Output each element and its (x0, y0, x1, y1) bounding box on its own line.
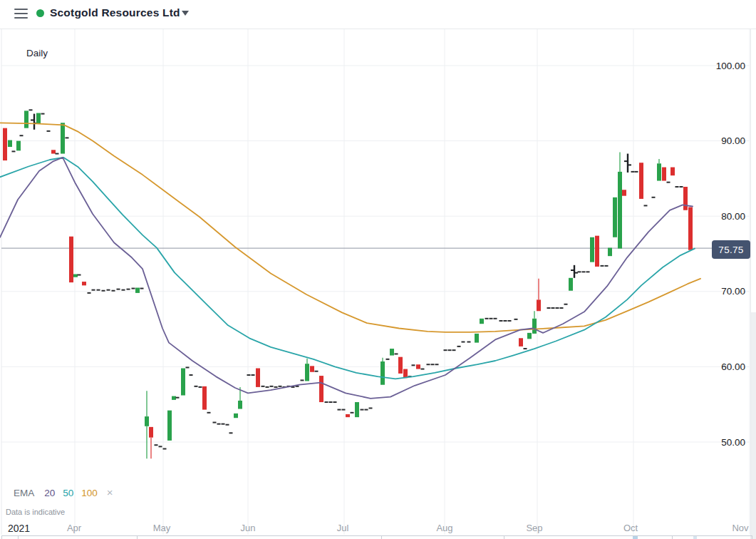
y-axis-label: 60.00 (721, 361, 745, 372)
doji-dash (279, 386, 282, 387)
ohlc-close-tick (575, 272, 578, 274)
doji-dash (586, 271, 590, 272)
doji-dash (452, 349, 456, 351)
candle-up (167, 411, 172, 441)
x-axis-month-label: Aug (436, 523, 452, 533)
doji-dash (467, 342, 471, 343)
x-axis-month-label: Jul (337, 523, 349, 533)
doji-dash (127, 289, 130, 290)
candle-up (305, 364, 309, 381)
header: Scotgold Resources Ltd (0, 0, 756, 29)
bottom-pane-handle[interactable] (633, 536, 638, 539)
doji-dash (252, 374, 255, 376)
right-scrollbar-thumb[interactable] (751, 312, 756, 539)
candle-down (519, 338, 523, 346)
chevron-down-icon[interactable] (182, 11, 189, 16)
remove-indicator-icon[interactable]: × (107, 488, 113, 498)
doji-dash (457, 346, 461, 347)
ema-100-label[interactable]: 100 (81, 488, 98, 498)
doji-dash (88, 292, 91, 294)
doji-dash (102, 290, 105, 292)
doji-dash (680, 186, 683, 188)
doji-dash (140, 288, 144, 289)
doji-dash (578, 271, 581, 272)
candle-up (569, 278, 573, 291)
doji-dash (675, 186, 679, 188)
doji-dash (556, 307, 559, 309)
doji-dash (117, 289, 120, 290)
doji-dash (122, 289, 125, 291)
doji-dash (365, 409, 368, 411)
candle-up (24, 111, 29, 128)
x-axis-month-label: Jun (241, 523, 256, 533)
bottom-pane-strip[interactable] (0, 535, 756, 539)
doji-dash (186, 366, 190, 368)
interval-label: Daily (26, 48, 48, 58)
ohlc-open-tick (624, 160, 627, 162)
doji-dash (274, 386, 278, 388)
doji-dash (213, 422, 217, 423)
candle-up (234, 414, 238, 418)
candle-down (595, 236, 599, 267)
ema-legend-label: EMA (14, 488, 34, 498)
x-axis: 2021AprMayJunJulAugSepOctNov (0, 523, 756, 534)
candle-down (688, 207, 693, 250)
candle-up (390, 349, 394, 356)
x-axis-month-label: Apr (67, 523, 81, 533)
candle-up (590, 237, 594, 262)
candle-up (475, 334, 479, 343)
y-axis-label: 70.00 (721, 286, 745, 297)
candle-up (36, 113, 41, 124)
doji-dash (448, 349, 452, 351)
ohlc-close-tick (628, 164, 631, 165)
candle-up (135, 288, 140, 293)
candle-up (532, 319, 537, 334)
market-open-dot-icon (36, 9, 44, 17)
candle-up (613, 197, 617, 237)
doji-dash (494, 318, 497, 319)
candle-down (670, 168, 675, 176)
ohlc-bar (33, 114, 35, 130)
candle-up (608, 248, 612, 257)
bottom-pane-divider (752, 535, 752, 539)
doji-dash (547, 307, 551, 309)
ema-50-label[interactable]: 50 (63, 488, 73, 498)
doji-dash (163, 448, 167, 450)
instrument-title[interactable]: Scotgold Resources Ltd (50, 6, 180, 19)
bottom-pane-handle[interactable] (693, 536, 697, 539)
doji-dash (485, 318, 489, 319)
doji-dash (342, 409, 346, 411)
doji-dash (270, 386, 274, 387)
doji-dash (12, 150, 16, 152)
bottom-pane-divider (1, 535, 2, 539)
doji-dash (217, 423, 221, 425)
candle-up (61, 123, 65, 153)
doji-dash (514, 319, 518, 320)
doji-dash (207, 412, 211, 414)
doji-dash (66, 137, 69, 138)
price-chart[interactable]: 100.0090.0080.0070.0060.0050.00 (0, 0, 756, 539)
candle-up (172, 396, 176, 400)
candle-down (202, 386, 207, 410)
candle-down (51, 150, 56, 153)
doji-dash (601, 265, 604, 267)
x-axis-month-label: Nov (732, 523, 748, 533)
doji-dash (605, 265, 609, 267)
doji-dash (333, 401, 337, 403)
y-axis-label: 80.00 (721, 211, 745, 222)
doji-dash (369, 407, 373, 409)
hamburger-menu-icon[interactable] (14, 9, 28, 20)
doji-dash (644, 205, 648, 206)
doji-dash (667, 182, 670, 183)
doji-dash (338, 409, 341, 411)
candle-down (310, 366, 314, 371)
doji-dash (435, 364, 439, 365)
doji-dash (199, 386, 202, 388)
indicator-legend: EMA 20 50 100 × (14, 486, 113, 499)
y-axis-label: 90.00 (721, 135, 745, 146)
doji-dash (412, 364, 415, 366)
y-axis-label: 50.00 (721, 437, 745, 448)
doji-dash (508, 320, 512, 322)
ema-20-label[interactable]: 20 (44, 488, 55, 498)
doji-dash (582, 271, 586, 272)
